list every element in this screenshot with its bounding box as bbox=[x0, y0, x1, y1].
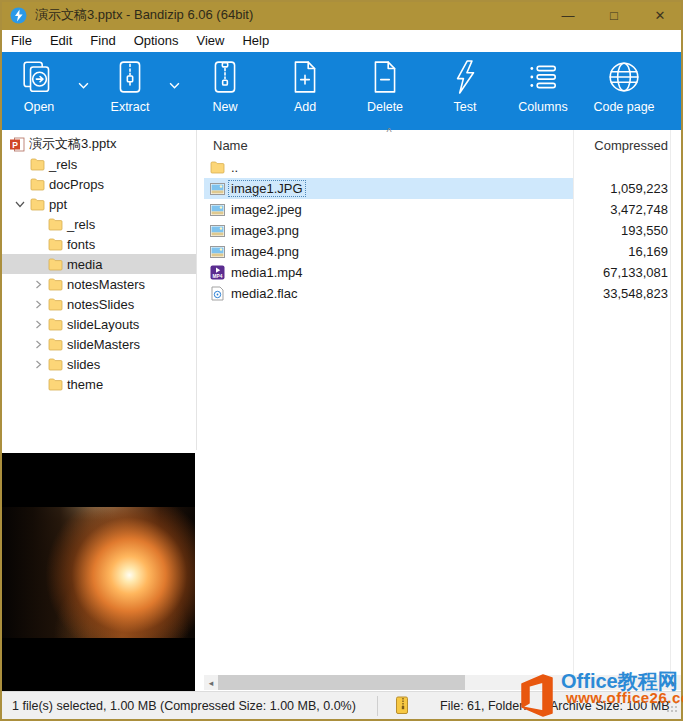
chevron-down-icon bbox=[169, 75, 180, 93]
preview-pane[interactable] bbox=[2, 453, 195, 691]
file-compressed-size: 67,133,081 bbox=[603, 265, 668, 280]
chevron-placeholder bbox=[30, 236, 46, 252]
toolbar-code-page-button[interactable]: Code page bbox=[584, 59, 664, 123]
columns-icon bbox=[525, 59, 561, 95]
file-row-media1-mp4[interactable]: MP4media1.mp467,133,081 bbox=[204, 262, 681, 283]
folder-icon bbox=[46, 236, 64, 252]
new-archive-icon bbox=[207, 59, 243, 95]
file-name-label: image2.jpeg bbox=[229, 202, 304, 217]
column-header-name[interactable]: Name bbox=[213, 138, 248, 153]
svg-text:P: P bbox=[12, 139, 18, 149]
toolbar-button-label: Open bbox=[24, 100, 55, 114]
tree-item-label: slideLayouts bbox=[67, 317, 139, 332]
minimize-button[interactable]: — bbox=[545, 0, 591, 30]
chevron-collapsed-icon[interactable] bbox=[30, 356, 46, 372]
tree-item-slides[interactable]: slides bbox=[2, 354, 196, 374]
menu-find[interactable]: Find bbox=[81, 30, 124, 52]
file-name-cell[interactable]: .. bbox=[204, 157, 573, 178]
file-row-image2-jpeg[interactable]: image2.jpeg3,472,748 bbox=[204, 199, 681, 220]
chevron-placeholder bbox=[12, 176, 28, 192]
svg-text:MP4: MP4 bbox=[213, 274, 223, 279]
toolbar: OpenExtractNewAddDeleteTestColumnsCode p… bbox=[2, 52, 681, 130]
tree-item-theme[interactable]: theme bbox=[2, 374, 196, 394]
tree-item-docprops[interactable]: docProps bbox=[2, 174, 196, 194]
file-name-label: image3.png bbox=[229, 223, 301, 238]
file-name-cell[interactable]: image3.png bbox=[204, 220, 573, 241]
menu-view[interactable]: View bbox=[187, 30, 233, 52]
file-list-panel: ^ Name Compressed ..image1.JPG1,059,223i… bbox=[204, 130, 681, 691]
chevron-collapsed-icon[interactable] bbox=[30, 316, 46, 332]
tree-item-ppt[interactable]: ppt bbox=[2, 194, 196, 214]
toolbar-add-button[interactable]: Add bbox=[274, 59, 336, 123]
folder-tree: P演示文稿3.pptx_relsdocPropsppt_relsfontsmed… bbox=[2, 130, 197, 450]
folder-icon bbox=[46, 336, 64, 352]
tree-item-label: slideMasters bbox=[67, 337, 140, 352]
chevron-placeholder bbox=[30, 216, 46, 232]
file-compressed-size: 16,169 bbox=[628, 244, 668, 259]
tree-item-notesmasters[interactable]: notesMasters bbox=[2, 274, 196, 294]
toolbar-delete-button[interactable]: Delete bbox=[352, 59, 418, 123]
toolbar-extract-dropdown[interactable] bbox=[161, 74, 187, 94]
file-row-image1-jpg[interactable]: image1.JPG1,059,223 bbox=[204, 178, 681, 199]
chevron-collapsed-icon[interactable] bbox=[30, 276, 46, 292]
file-name-cell[interactable]: image4.png bbox=[204, 241, 573, 262]
menu-file[interactable]: File bbox=[2, 30, 41, 52]
file-name-cell[interactable]: MP4media1.mp4 bbox=[204, 262, 573, 283]
menu-options[interactable]: Options bbox=[125, 30, 188, 52]
chevron-collapsed-icon[interactable] bbox=[30, 336, 46, 352]
extract-icon bbox=[112, 59, 148, 95]
watermark-url: www.office26.com bbox=[566, 689, 683, 706]
tree-item-notesslides[interactable]: notesSlides bbox=[2, 294, 196, 314]
chevron-collapsed-icon[interactable] bbox=[30, 296, 46, 312]
file-row-image3-png[interactable]: image3.png193,550 bbox=[204, 220, 681, 241]
tree-item-slidelayouts[interactable]: slideLayouts bbox=[2, 314, 196, 334]
tree-item-rels[interactable]: _rels bbox=[2, 154, 196, 174]
toolbar-columns-button[interactable]: Columns bbox=[507, 59, 579, 123]
folder-icon bbox=[46, 276, 64, 292]
tree-item-slidemasters[interactable]: slideMasters bbox=[2, 334, 196, 354]
preview-image bbox=[2, 507, 195, 638]
file-compressed-size: 33,548,823 bbox=[603, 286, 668, 301]
open-archive-icon bbox=[21, 59, 57, 95]
bandizip-logo-icon bbox=[10, 7, 27, 24]
file-name-label: .. bbox=[229, 160, 240, 175]
title-bar[interactable]: 演示文稿3.pptx - Bandizip 6.06 (64bit) — □ ✕ bbox=[0, 0, 683, 30]
tree-item-media[interactable]: media bbox=[2, 254, 196, 274]
tree-item-label: 演示文稿3.pptx bbox=[29, 135, 116, 153]
chevron-expanded-icon[interactable] bbox=[12, 196, 28, 212]
toolbar-extract-button[interactable]: Extract bbox=[99, 59, 161, 123]
file-row-image4-png[interactable]: image4.png16,169 bbox=[204, 241, 681, 262]
sort-ascending-icon[interactable]: ^ bbox=[381, 126, 397, 138]
close-button[interactable]: ✕ bbox=[637, 0, 683, 30]
file-row-item[interactable]: .. bbox=[204, 157, 681, 178]
toolbar-open-button[interactable]: Open bbox=[8, 59, 70, 123]
file-name-label: image4.png bbox=[229, 244, 301, 259]
scroll-left-icon[interactable]: ◂ bbox=[204, 675, 218, 690]
file-row-media2-flac[interactable]: media2.flac33,548,823 bbox=[204, 283, 681, 304]
file-name-cell[interactable]: media2.flac bbox=[204, 283, 573, 304]
tree-item-3-pptx[interactable]: P演示文稿3.pptx bbox=[2, 134, 196, 154]
tree-item-fonts[interactable]: fonts bbox=[2, 234, 196, 254]
file-name-cell[interactable]: image2.jpeg bbox=[204, 199, 573, 220]
tree-item-label: docProps bbox=[49, 177, 104, 192]
folder-icon bbox=[46, 376, 64, 392]
menu-edit[interactable]: Edit bbox=[41, 30, 81, 52]
mp4-file-icon: MP4 bbox=[209, 265, 226, 280]
file-name-label: media1.mp4 bbox=[229, 265, 305, 280]
tree-item-label: _rels bbox=[49, 157, 77, 172]
window-title: 演示文稿3.pptx - Bandizip 6.06 (64bit) bbox=[35, 6, 253, 24]
tree-item-rels[interactable]: _rels bbox=[2, 214, 196, 234]
scrollbar-thumb[interactable] bbox=[218, 675, 465, 690]
column-header-compressed[interactable]: Compressed bbox=[594, 138, 668, 153]
toolbar-test-button[interactable]: Test bbox=[434, 59, 496, 123]
tree-item-label: notesMasters bbox=[67, 277, 145, 292]
file-list: ..image1.JPG1,059,223image2.jpeg3,472,74… bbox=[204, 157, 681, 304]
file-name-cell[interactable]: image1.JPG bbox=[204, 178, 573, 199]
toolbar-new-button[interactable]: New bbox=[194, 59, 256, 123]
file-name-label: media2.flac bbox=[229, 286, 299, 301]
maximize-button[interactable]: □ bbox=[591, 0, 637, 30]
tree-item-label: _rels bbox=[67, 217, 95, 232]
menu-help[interactable]: Help bbox=[233, 30, 278, 52]
office-logo-icon bbox=[514, 672, 558, 721]
toolbar-open-dropdown[interactable] bbox=[70, 74, 96, 94]
